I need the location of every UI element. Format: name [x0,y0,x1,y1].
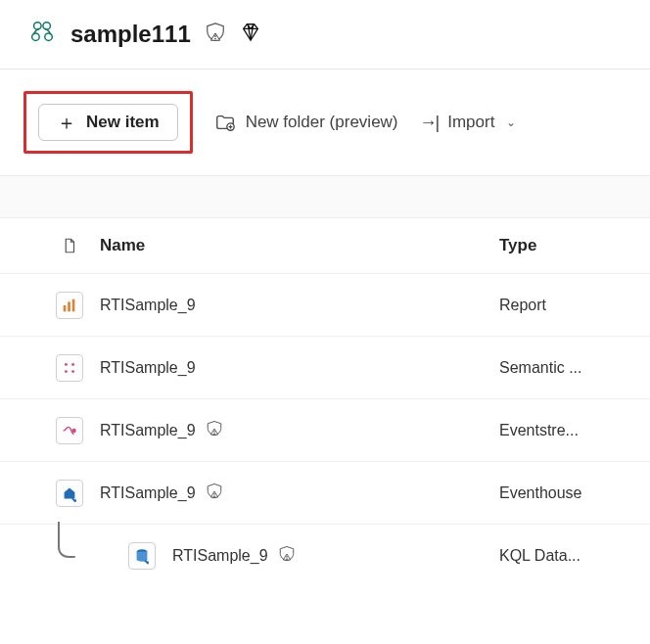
svg-rect-21 [286,555,287,557]
sensitivity-warning-icon [206,420,223,441]
svg-point-2 [32,33,40,41]
column-header-name[interactable]: Name [100,236,499,255]
svg-rect-7 [64,305,67,311]
item-name: RTISample_9 [100,359,196,377]
filter-band [0,175,650,218]
svg-rect-16 [213,430,214,432]
plus-icon: ＋ [57,113,76,132]
svg-point-11 [71,362,74,365]
new-item-button[interactable]: ＋ New item [38,104,178,141]
item-name: RTISample_9 [100,422,196,439]
sensitivity-warning-icon [278,545,296,567]
kql-database-icon [128,542,156,570]
svg-point-0 [34,23,42,30]
item-type: Eventstre... [499,422,627,439]
item-type: KQL Data... [499,547,627,565]
eventhouse-icon [56,480,83,507]
sensitivity-warning-icon[interactable] [205,22,226,47]
semantic-model-icon [56,354,83,382]
workspace-header: sample111 [0,0,650,65]
workspace-title: sample111 [70,21,191,48]
svg-rect-18 [213,492,214,494]
new-folder-button[interactable]: New folder (preview) [214,112,398,133]
tree-connector-icon [55,522,76,561]
svg-point-4 [214,38,215,39]
svg-point-17 [213,495,214,496]
svg-rect-5 [214,35,215,37]
new-item-label: New item [86,113,160,132]
folder-plus-icon [214,112,236,133]
svg-point-15 [213,433,214,434]
workspace-icon [27,18,57,51]
item-name: RTISample_9 [100,484,196,502]
sensitivity-warning-icon [206,483,223,504]
item-name: RTISample_9 [100,297,196,314]
item-type: Report [499,297,627,314]
svg-point-10 [65,362,68,365]
item-list: Name Type RTISample_9 Report RTISample_9… [0,218,650,586]
import-arrow-icon: →| [420,113,439,133]
column-header-type[interactable]: Type [499,236,627,255]
list-item[interactable]: RTISample_9 Eventstre... [0,398,650,461]
premium-diamond-icon [240,22,261,47]
list-header-row: Name Type [0,218,650,273]
chevron-down-icon: ⌄ [506,115,516,129]
item-type: Semantic ... [499,359,627,377]
toolbar: ＋ New item New folder (preview) →| Impor… [0,69,650,175]
svg-point-3 [45,33,53,41]
svg-point-20 [286,558,287,559]
svg-rect-8 [68,301,70,311]
eventstream-icon [56,417,83,444]
svg-point-12 [65,370,68,373]
item-type: Eventhouse [499,484,627,502]
report-icon [56,292,83,319]
svg-rect-9 [72,299,75,311]
new-folder-label: New folder (preview) [246,113,398,132]
svg-point-14 [71,428,76,433]
tutorial-highlight: ＋ New item [23,91,193,154]
import-button[interactable]: →| Import ⌄ [420,113,517,133]
list-item[interactable]: RTISample_9 KQL Data... [0,524,650,586]
list-item[interactable]: RTISample_9 Report [0,273,650,336]
file-column-icon [39,237,100,254]
svg-point-1 [43,23,51,30]
list-item[interactable]: RTISample_9 Eventhouse [0,461,650,524]
svg-point-13 [71,370,74,373]
import-label: Import [447,113,494,132]
item-name: RTISample_9 [172,547,268,565]
list-item[interactable]: RTISample_9 Semantic ... [0,336,650,398]
